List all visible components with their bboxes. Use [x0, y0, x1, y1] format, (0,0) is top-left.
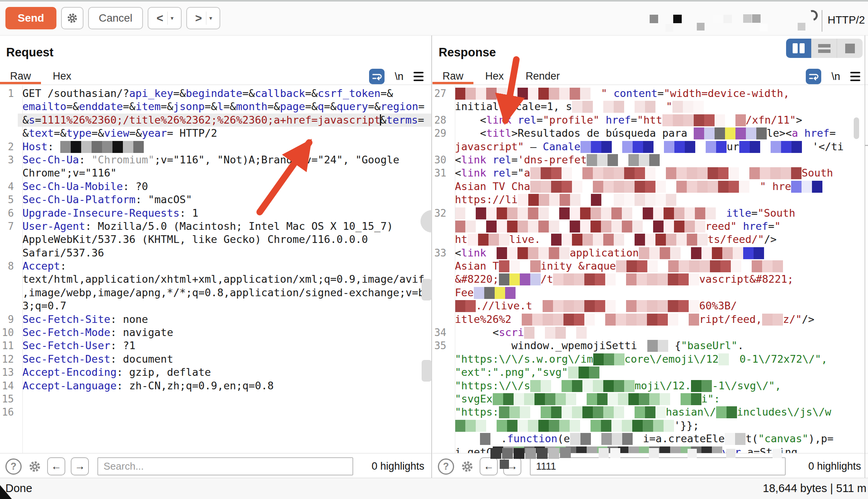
search-next-button[interactable]: → — [503, 457, 521, 475]
line-content: Sec-Fetch-Dest: document — [18, 353, 431, 366]
redaction-block — [614, 380, 624, 392]
line-content: Sec-Ch-Ua: "Chromium";v="116", "Not)A;Br… — [18, 153, 431, 166]
code-segment: = — [829, 127, 836, 139]
redaction-block — [503, 446, 514, 453]
tab-hex[interactable]: Hex — [43, 68, 81, 84]
line-content: <link rel='dns-prefet — [450, 153, 868, 166]
line-content — [18, 406, 431, 419]
line-number: 32 — [432, 207, 450, 220]
cancel-button[interactable]: Cancel — [88, 7, 143, 29]
word-wrap-toggle[interactable] — [806, 69, 821, 84]
response-search-input[interactable] — [530, 457, 786, 475]
line-number: 27 — [432, 87, 450, 100]
editor-menu-button[interactable] — [414, 72, 424, 81]
code-segment: '</ti — [812, 141, 844, 153]
code-segment: callback — [255, 87, 305, 99]
code-segment — [798, 127, 804, 139]
redaction-block — [582, 181, 593, 193]
line-content: User-Agent: Mozilla/5.0 (Macintosh; Inte… — [18, 220, 431, 233]
code-segment: l — [217, 100, 223, 112]
redaction-block — [528, 420, 538, 432]
code-segment: Sec-Fetch-Site — [22, 313, 111, 325]
show-newlines-toggle[interactable]: \n — [831, 71, 840, 83]
redaction-block — [635, 101, 645, 113]
code-segment: = — [768, 220, 774, 232]
code-segment: AppleWebKit/537.36 (KHTML, like Gecko) C… — [22, 233, 368, 245]
line-content: .function(ei=a.createElet("canvas"),p= — [450, 432, 868, 445]
editor-menu-button[interactable] — [850, 72, 860, 81]
redaction-block — [524, 393, 534, 405]
search-prev-button[interactable]: ← — [47, 457, 65, 475]
redaction-block — [628, 446, 639, 453]
redaction-block — [584, 273, 595, 285]
redaction-block — [549, 194, 560, 206]
redaction-block — [657, 273, 668, 285]
line-number: 10 — [0, 326, 18, 339]
tab-hex[interactable]: Hex — [475, 68, 514, 84]
layout-rows-button[interactable] — [812, 39, 837, 58]
tab-render[interactable]: Render — [516, 68, 570, 84]
dropdown-caret-icon[interactable]: ▾ — [168, 15, 177, 22]
tab-raw[interactable]: Raw — [432, 68, 473, 84]
redaction-block — [684, 207, 695, 219]
line-content: <linkapplication — [450, 246, 868, 260]
request-editor[interactable]: 1GET /southasian/?api_key=&begindate=&ca… — [0, 85, 431, 453]
line-number: 34 — [432, 326, 450, 339]
prev-request-button[interactable]: < ▾ — [148, 7, 182, 29]
request-search-input[interactable] — [97, 457, 353, 475]
response-editor[interactable]: 27" content="width=device-width,initials… — [432, 85, 868, 453]
redaction-block — [591, 88, 601, 100]
redaction-block — [587, 154, 597, 166]
search-next-button[interactable]: → — [71, 457, 89, 475]
tab-raw[interactable]: Raw — [0, 68, 41, 84]
redaction-block — [549, 420, 559, 432]
redaction-block — [657, 300, 668, 312]
code-segment — [511, 114, 517, 126]
redaction-block — [603, 234, 614, 246]
layout-single-button[interactable] — [837, 39, 863, 58]
redaction-block — [608, 393, 618, 405]
redaction-block — [715, 114, 725, 126]
divider-handle[interactable] — [422, 360, 432, 382]
redaction-block — [624, 194, 635, 206]
line-content: window._wpemojiSetti {"baseUrl". — [450, 339, 868, 352]
redaction-block — [476, 221, 486, 233]
redaction-block — [687, 167, 697, 179]
word-wrap-toggle[interactable] — [369, 69, 385, 84]
next-request-button[interactable]: > ▾ — [186, 7, 220, 29]
redaction-block — [681, 247, 691, 259]
redaction-block — [683, 114, 694, 126]
help-icon[interactable]: ? — [438, 458, 454, 475]
editor-row: 15 — [0, 392, 431, 406]
redaction-block — [676, 234, 687, 246]
editor-row: 4Sec-Ch-Ua-Mobile: ?0 — [0, 180, 431, 193]
line-number: 1 — [0, 87, 18, 100]
redaction-block — [507, 88, 517, 100]
show-newlines-toggle[interactable]: \n — [395, 71, 403, 83]
code-segment: = — [418, 114, 424, 126]
scrollbar-thumb[interactable] — [854, 117, 859, 139]
redaction-block — [601, 221, 611, 233]
request-settings-button[interactable] — [61, 7, 83, 29]
send-button[interactable]: Send — [5, 7, 56, 29]
line-number: 33 — [432, 246, 450, 260]
editor-row: .//live.t60%3B/ — [432, 299, 868, 312]
code-segment: : ?1 — [111, 339, 136, 351]
redaction-block — [576, 393, 587, 405]
dropdown-caret-icon[interactable]: ▾ — [206, 15, 216, 22]
redaction-block — [455, 207, 465, 219]
search-settings-gear-icon[interactable] — [28, 460, 42, 474]
redaction-block — [722, 247, 733, 259]
panel-divider[interactable] — [431, 36, 432, 479]
redaction-block — [538, 221, 549, 233]
code-segment: = — [511, 154, 517, 166]
redaction-block — [616, 273, 626, 285]
redaction-block — [582, 406, 593, 418]
search-settings-gear-icon[interactable] — [460, 460, 474, 474]
search-prev-button[interactable]: ← — [480, 457, 498, 475]
editor-row: Safari/537.36 — [0, 246, 431, 260]
layout-columns-button[interactable] — [786, 39, 812, 58]
help-icon[interactable]: ? — [5, 458, 22, 475]
redaction-block — [674, 141, 685, 153]
divider-handle[interactable] — [422, 279, 432, 300]
